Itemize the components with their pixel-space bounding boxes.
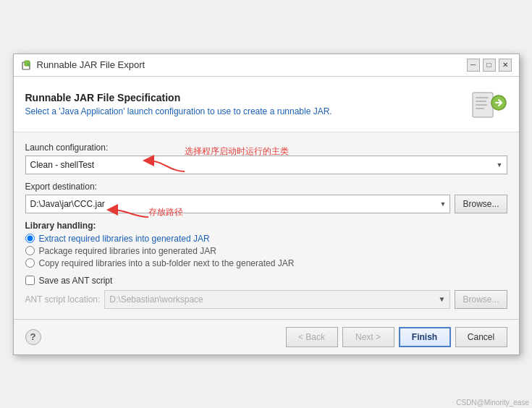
header-section: Runnable JAR File Specification Select a… xyxy=(14,77,519,132)
back-button[interactable]: < Back xyxy=(286,327,338,347)
watermark: CSDN@Minority_ease xyxy=(456,399,529,407)
title-bar-controls[interactable]: ─ □ ✕ xyxy=(467,59,512,72)
export-dest-row: D:\Java\jar\CCC.jar Browse... 存放路径 xyxy=(25,195,507,213)
cancel-button[interactable]: Cancel xyxy=(455,327,507,347)
radio-package[interactable]: Package required libraries into generate… xyxy=(25,246,507,256)
next-button[interactable]: Next > xyxy=(342,327,394,347)
export-dest-wrapper[interactable]: D:\Java\jar\CCC.jar xyxy=(25,195,451,213)
help-button[interactable]: ? xyxy=(25,329,41,345)
radio-copy-label: Copy required libraries into a sub-folde… xyxy=(39,258,295,268)
ant-location-arrow: ▼ xyxy=(439,295,446,303)
export-dest-select[interactable]: D:\Java\jar\CCC.jar xyxy=(25,195,451,213)
ant-location-row: ANT script location: D:\Sebastian\worksp… xyxy=(25,290,507,309)
radio-package-label: Package required libraries into generate… xyxy=(39,246,216,256)
svg-rect-6 xyxy=(476,108,484,109)
window-title: Runnable JAR File Export xyxy=(37,59,145,70)
minimize-button[interactable]: ─ xyxy=(467,59,480,72)
browse-dest-button[interactable]: Browse... xyxy=(455,195,507,213)
ant-location-value: D:\Sebastian\workspace xyxy=(109,294,203,305)
footer-buttons: < Back Next > Finish Cancel xyxy=(286,327,507,347)
footer: ? < Back Next > Finish Cancel xyxy=(14,319,519,354)
ant-browse-button[interactable]: Browse... xyxy=(455,290,507,309)
title-bar: Runnable JAR File Export ─ □ ✕ xyxy=(14,54,519,77)
export-dest-label: Export destination: xyxy=(25,182,507,192)
header-subtitle: Select a 'Java Application' launch confi… xyxy=(25,106,332,116)
radio-extract-label: Extract required libraries into generate… xyxy=(39,234,210,244)
ant-checkbox-row[interactable]: Save as ANT script xyxy=(25,276,507,286)
dialog: Runnable JAR File Export ─ □ ✕ Runnable … xyxy=(13,54,520,355)
svg-rect-4 xyxy=(476,101,486,102)
form-body: Launch configuration: Clean - shellTest … xyxy=(14,132,519,319)
ant-location-select-disabled: D:\Sebastian\workspace ▼ xyxy=(104,290,450,309)
dest-annotation: 存放路径 xyxy=(148,206,183,218)
svg-rect-3 xyxy=(476,97,489,98)
ant-checkbox[interactable] xyxy=(25,276,35,285)
launch-config-row: Clean - shellTest 选择程序启动时运行的主类 xyxy=(25,156,507,174)
svg-rect-5 xyxy=(476,104,487,106)
ant-location-label: ANT script location: xyxy=(25,294,101,305)
launch-annotation: 选择程序启动时运行的主类 xyxy=(185,145,289,158)
ant-label: Save as ANT script xyxy=(39,276,113,286)
finish-button[interactable]: Finish xyxy=(399,327,451,347)
maximize-button[interactable]: □ xyxy=(483,59,496,72)
window-icon xyxy=(21,59,33,71)
title-bar-left: Runnable JAR File Export xyxy=(21,59,145,71)
radio-extract[interactable]: Extract required libraries into generate… xyxy=(25,234,507,244)
export-icon xyxy=(470,87,507,122)
close-button[interactable]: ✕ xyxy=(499,59,512,72)
header-text: Runnable JAR File Specification Select a… xyxy=(25,92,332,116)
header-title: Runnable JAR File Specification xyxy=(25,92,332,103)
radio-copy[interactable]: Copy required libraries into a sub-folde… xyxy=(25,258,507,268)
